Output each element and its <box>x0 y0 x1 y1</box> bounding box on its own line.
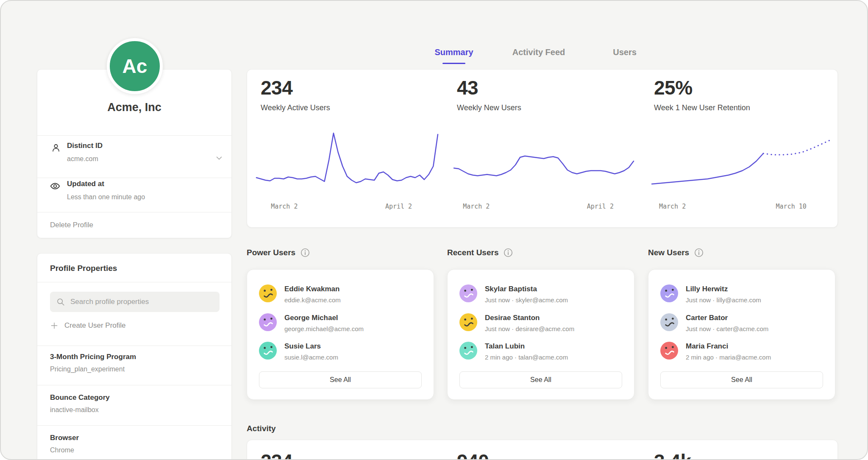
user-subtitle: eddie.k@acme.com <box>284 296 341 304</box>
eye-icon <box>50 181 61 192</box>
x-tick: March 10 <box>776 203 807 210</box>
face-icon <box>660 284 678 302</box>
tab-users[interactable]: Users <box>613 47 637 57</box>
user-name: Desirae Stanton <box>485 314 540 322</box>
app-window: Ac Acme, Inc Distinct ID acme.com Update… <box>0 0 868 460</box>
stat-weekly-new-users-value: 43 <box>457 76 478 99</box>
stat-weekly-active-users-value: 234 <box>261 76 292 99</box>
activity-stat-value: 3.4k <box>654 450 691 460</box>
info-icon[interactable] <box>504 248 513 257</box>
user-name: Eddie Kwakman <box>284 285 339 293</box>
weekly-new-users-chart: March 2 April 2 <box>454 130 634 215</box>
new-users-card: Lilly Herwitz Just now · lilly@acme.com … <box>648 269 835 400</box>
list-item[interactable]: Carter Bator Just now · carter@acme.com <box>660 313 823 333</box>
updated-at-value: Less than one minute ago <box>67 193 145 201</box>
chevron-down-icon[interactable] <box>214 153 224 163</box>
profile-properties-card: Profile Properties Create User Profile 3… <box>37 253 232 460</box>
divider <box>37 135 231 136</box>
avatar <box>660 284 678 302</box>
see-all-button[interactable]: See All <box>459 371 622 388</box>
activity-stat-value: 940 <box>457 450 489 460</box>
x-tick: March 2 <box>659 203 686 210</box>
activity-stat-value: 234 <box>261 450 292 460</box>
property-name: 3-Month Pricing Program <box>50 353 136 361</box>
recent-users-card: Skylar Baptista Just now · skyler@acme.c… <box>447 269 634 400</box>
plus-icon <box>50 321 58 330</box>
list-item[interactable]: Talan Lubin 2 min ago · talan@acme.com <box>459 342 622 361</box>
face-icon <box>660 313 678 331</box>
recent-users-title: Recent Users <box>447 248 498 257</box>
company-avatar: Ac <box>107 38 163 94</box>
search-icon <box>56 297 65 307</box>
list-item[interactable]: George Michael george.michael@acme.com <box>259 313 422 333</box>
line-chart <box>454 130 634 198</box>
see-all-button[interactable]: See All <box>259 371 422 388</box>
search-profile-properties[interactable] <box>50 292 220 312</box>
divider <box>37 178 231 178</box>
tab-summary[interactable]: Summary <box>434 47 473 57</box>
property-value: inactive-mailbox <box>50 406 99 414</box>
face-icon <box>660 342 678 360</box>
avatar <box>459 284 477 302</box>
list-item[interactable]: Susie Lars susie.l@acme.com <box>259 342 422 361</box>
list-item[interactable]: Skylar Baptista Just now · skyler@acme.c… <box>459 284 622 304</box>
avatar <box>459 342 477 360</box>
face-icon <box>259 342 277 360</box>
create-user-profile-label: Create User Profile <box>64 321 126 330</box>
stat-retention-value: 25% <box>654 76 693 99</box>
x-tick: April 2 <box>385 203 412 210</box>
activity-header: Activity <box>247 424 276 433</box>
delete-profile-button[interactable]: Delete Profile <box>50 221 93 229</box>
list-item[interactable]: Maria Franci 2 min ago · maria@acme.com <box>660 342 823 361</box>
line-chart <box>652 130 832 198</box>
property-name: Browser <box>50 434 79 442</box>
activity-card: 234 940 3.4k <box>247 440 838 460</box>
x-tick: March 2 <box>463 203 490 210</box>
profile-card: Acme, Inc Distinct ID acme.com Updated a… <box>37 69 232 238</box>
divider <box>37 385 231 385</box>
info-icon[interactable] <box>300 248 310 257</box>
stat-retention-label: Week 1 New User Retention <box>654 103 750 112</box>
user-name: Maria Franci <box>686 342 728 351</box>
avatar <box>660 342 678 360</box>
user-name: Talan Lubin <box>485 342 525 351</box>
face-icon <box>259 284 277 302</box>
profile-properties-title: Profile Properties <box>50 264 117 273</box>
property-name: Bounce Category <box>50 393 110 402</box>
company-name: Acme, Inc <box>37 101 231 114</box>
user-subtitle: Just now · skyler@acme.com <box>485 296 568 304</box>
activity-title: Activity <box>247 424 276 433</box>
avatar <box>259 313 277 331</box>
user-subtitle: Just now · desirare@acme.com <box>485 325 574 332</box>
distinct-id-label: Distinct ID <box>67 142 103 150</box>
create-user-profile-button[interactable]: Create User Profile <box>50 321 126 330</box>
property-value: Chrome <box>50 446 74 454</box>
recent-users-header: Recent Users <box>447 248 513 257</box>
face-icon <box>459 342 477 360</box>
user-subtitle: Just now · lilly@acme.com <box>686 296 761 304</box>
face-icon <box>259 313 277 331</box>
search-input[interactable] <box>70 297 214 307</box>
power-users-title: Power Users <box>247 248 295 257</box>
list-item[interactable]: Lilly Herwitz Just now · lilly@acme.com <box>660 284 823 304</box>
new-users-title: New Users <box>648 248 689 257</box>
divider <box>37 282 231 282</box>
x-tick: April 2 <box>587 203 614 210</box>
user-name: George Michael <box>284 314 338 322</box>
x-tick: March 2 <box>271 203 298 210</box>
user-name: Carter Bator <box>686 314 728 322</box>
face-icon <box>459 313 477 331</box>
user-subtitle: george.michael@acme.com <box>284 325 364 332</box>
tab-activity-feed[interactable]: Activity Feed <box>512 47 565 57</box>
list-item[interactable]: Eddie Kwakman eddie.k@acme.com <box>259 284 422 304</box>
list-item[interactable]: Desirae Stanton Just now · desirare@acme… <box>459 313 622 333</box>
info-icon[interactable] <box>694 248 704 257</box>
stat-weekly-new-users-label: Weekly New Users <box>457 103 521 112</box>
user-name: Susie Lars <box>284 342 321 351</box>
see-all-button[interactable]: See All <box>660 371 823 388</box>
person-icon <box>50 142 61 153</box>
power-users-card: Eddie Kwakman eddie.k@acme.com George Mi… <box>247 269 434 400</box>
divider <box>37 425 231 426</box>
divider <box>37 212 231 212</box>
stat-weekly-active-users-label: Weekly Active Users <box>261 103 330 112</box>
